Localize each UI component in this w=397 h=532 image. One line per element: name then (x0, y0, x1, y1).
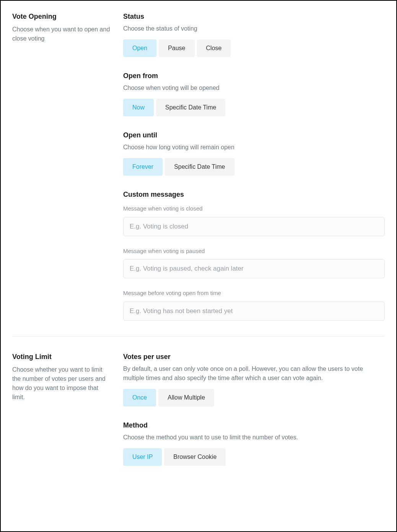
votes-per-user-desc: By default, a user can only vote once on… (123, 364, 385, 383)
voting-limit-desc: Choose whether you want to limit the num… (12, 365, 112, 402)
open-until-desc: Choose how long voting will remain open (123, 143, 385, 152)
paused-message-input[interactable] (123, 259, 385, 278)
votes-per-user-toggle-group: Once Allow Multiple (123, 389, 214, 406)
before-message-group: Message before voting open from time (123, 289, 385, 321)
custom-messages-block: Custom messages Message when voting is c… (123, 189, 385, 321)
closed-message-label: Message when voting is closed (123, 204, 385, 213)
open-until-specific-button[interactable]: Specific Date Time (165, 158, 234, 176)
open-until-title: Open until (123, 130, 385, 140)
method-desc: Choose the method you want to use to lim… (123, 433, 385, 442)
vote-opening-title: Vote Opening (12, 11, 112, 22)
voting-limit-content: Votes per user By default, a user can on… (123, 352, 385, 466)
open-from-title: Open from (123, 71, 385, 81)
before-message-input[interactable] (123, 302, 385, 321)
voting-limit-title: Voting Limit (12, 352, 112, 362)
votes-once-button[interactable]: Once (123, 389, 156, 406)
closed-message-group: Message when voting is closed (123, 204, 385, 236)
paused-message-label: Message when voting is paused (123, 247, 385, 256)
before-message-label: Message before voting open from time (123, 289, 385, 298)
voting-limit-sidebar: Voting Limit Choose whether you want to … (12, 352, 112, 466)
settings-panel: Vote Opening Choose when you want to ope… (0, 0, 397, 532)
votes-per-user-title: Votes per user (123, 352, 385, 362)
method-block: Method Choose the method you want to use… (123, 420, 385, 466)
open-until-forever-button[interactable]: Forever (123, 158, 163, 176)
paused-message-group: Message when voting is paused (123, 247, 385, 279)
open-from-specific-button[interactable]: Specific Date Time (156, 99, 225, 116)
method-ip-button[interactable]: User IP (123, 448, 162, 466)
vote-opening-content: Status Choose the status of voting Open … (123, 11, 385, 321)
vote-opening-sidebar: Vote Opening Choose when you want to ope… (12, 11, 112, 321)
closed-message-input[interactable] (123, 217, 385, 236)
status-open-button[interactable]: Open (123, 39, 156, 57)
open-from-desc: Choose when voting will be opened (123, 83, 385, 93)
votes-multiple-button[interactable]: Allow Multiple (158, 389, 214, 406)
status-title: Status (123, 11, 385, 22)
status-pause-button[interactable]: Pause (159, 39, 194, 57)
vote-opening-section: Vote Opening Choose when you want to ope… (12, 11, 385, 336)
vote-opening-desc: Choose when you want to open and close v… (12, 25, 112, 43)
method-cookie-button[interactable]: Browser Cookie (164, 448, 226, 466)
status-close-button[interactable]: Close (197, 39, 231, 57)
method-toggle-group: User IP Browser Cookie (123, 448, 226, 466)
open-from-toggle-group: Now Specific Date Time (123, 99, 225, 116)
custom-messages-title: Custom messages (123, 189, 385, 200)
open-from-now-button[interactable]: Now (123, 99, 154, 116)
open-from-block: Open from Choose when voting will be ope… (123, 71, 385, 116)
open-until-block: Open until Choose how long voting will r… (123, 130, 385, 176)
method-title: Method (123, 420, 385, 431)
status-block: Status Choose the status of voting Open … (123, 11, 385, 57)
votes-per-user-block: Votes per user By default, a user can on… (123, 352, 385, 406)
status-desc: Choose the status of voting (123, 24, 385, 33)
open-until-toggle-group: Forever Specific Date Time (123, 158, 234, 176)
status-toggle-group: Open Pause Close (123, 39, 231, 57)
voting-limit-section: Voting Limit Choose whether you want to … (12, 336, 385, 481)
